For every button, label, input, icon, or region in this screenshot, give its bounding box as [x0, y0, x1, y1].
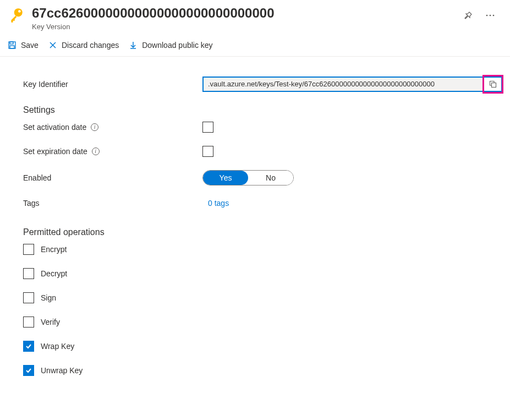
enabled-label: Enabled	[23, 173, 202, 182]
operation-row: Sign	[23, 292, 502, 303]
operation-checkbox[interactable]	[23, 244, 34, 255]
info-icon[interactable]: i	[91, 123, 98, 131]
download-button[interactable]: Download public key	[129, 40, 212, 51]
toolbar: Save Discard changes Download public key	[0, 34, 510, 57]
enabled-toggle: Yes No	[202, 170, 294, 186]
key-identifier-field	[202, 77, 502, 92]
tags-label: Tags	[23, 199, 202, 208]
save-button[interactable]: Save	[8, 40, 39, 51]
info-icon[interactable]: i	[92, 148, 100, 155]
operation-label: Encrypt	[41, 245, 67, 254]
activation-date-checkbox[interactable]	[202, 122, 213, 133]
activation-date-label: Set activation date	[23, 123, 86, 132]
page-header: 67cc62600000000000000000000000000 Key Ve…	[0, 0, 510, 34]
svg-point-4	[493, 15, 495, 17]
svg-rect-6	[10, 42, 13, 44]
operation-label: Sign	[41, 293, 56, 302]
key-identifier-input[interactable]	[204, 78, 484, 91]
download-label: Download public key	[142, 41, 212, 50]
svg-point-3	[490, 15, 491, 17]
key-identifier-label: Key Identifier	[23, 80, 202, 89]
settings-heading: Settings	[23, 105, 502, 115]
operation-row: Verify	[23, 317, 502, 328]
operation-row: Decrypt	[23, 268, 502, 279]
page-title: 67cc62600000000000000000000000000	[32, 6, 455, 21]
operation-row: Wrap Key	[23, 341, 502, 352]
operation-row: Encrypt	[23, 244, 502, 255]
copy-button[interactable]	[484, 78, 501, 91]
enabled-no-button[interactable]: No	[248, 171, 293, 185]
svg-point-2	[486, 15, 488, 17]
discard-label: Discard changes	[62, 41, 119, 50]
discard-button[interactable]: Discard changes	[48, 40, 119, 51]
operation-label: Wrap Key	[41, 342, 74, 351]
operation-label: Decrypt	[41, 269, 67, 278]
pin-button[interactable]	[462, 9, 475, 22]
operation-label: Verify	[41, 318, 60, 326]
operation-checkbox[interactable]	[23, 292, 34, 303]
key-icon	[8, 6, 25, 25]
permitted-operations-heading: Permitted operations	[23, 227, 502, 237]
updated-row-clipped: Updated	[23, 57, 502, 61]
operation-checkbox[interactable]	[23, 317, 34, 328]
more-button[interactable]	[484, 9, 497, 22]
svg-point-0	[14, 8, 23, 17]
operation-label: Unwrap Key	[41, 366, 83, 375]
tags-link[interactable]: 0 tags	[208, 199, 229, 208]
operation-row: Unwrap Key	[23, 365, 502, 376]
expiration-date-checkbox[interactable]	[202, 146, 213, 157]
svg-point-1	[18, 10, 21, 13]
operation-checkbox[interactable]	[23, 341, 34, 352]
expiration-date-label: Set expiration date	[23, 147, 87, 156]
save-label: Save	[21, 41, 39, 50]
enabled-yes-button[interactable]: Yes	[203, 171, 248, 185]
svg-rect-12	[491, 83, 496, 87]
operation-checkbox[interactable]	[23, 365, 34, 376]
svg-rect-7	[10, 46, 14, 48]
page-subtitle: Key Version	[32, 23, 455, 31]
operation-checkbox[interactable]	[23, 268, 34, 279]
